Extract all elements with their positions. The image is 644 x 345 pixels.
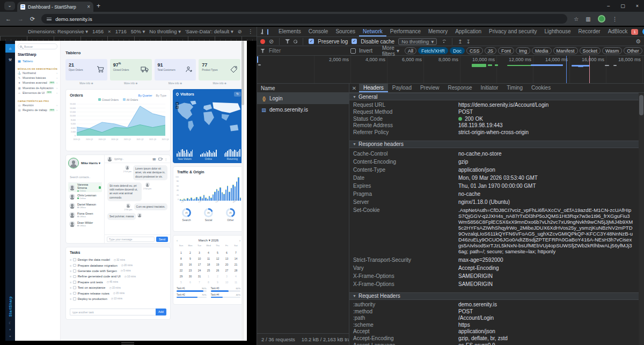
orders-tab-by-type[interactable]: By Type [156,94,166,97]
sidebar-item[interactable]: ▭ Reunión › [18,102,57,107]
network-conditions-icon[interactable] [441,40,447,43]
task-checkbox[interactable] [73,292,76,295]
calendar-day[interactable]: 2 [213,273,222,279]
calendar-day[interactable]: 3 [195,249,204,255]
chat-user-name[interactable]: Mike Harris ▾ [81,162,100,165]
drag-handle-icon[interactable]: ≡ [70,275,71,278]
back-icon[interactable]: ← [5,16,11,22]
chat-menu-kebab-icon[interactable]: ⋮ [164,157,167,161]
devtools-tab[interactable]: Console [305,27,332,36]
detail-tab[interactable]: Headers [359,84,388,92]
detail-tab[interactable]: Timing [502,84,527,92]
window-minimize-button[interactable]: – [607,1,610,11]
request-type-chip[interactable]: Fetch/XHR [418,47,448,54]
calendar-day[interactable]: 24 [195,267,204,273]
request-list-header[interactable]: Name [257,84,349,93]
devtools-tab[interactable]: Sources [332,27,359,36]
task-row[interactable]: ≡ Refine generated code and UI ◷ 10 mins [70,274,166,279]
send-button[interactable]: Send [156,237,168,242]
reload-icon[interactable]: ⟳ [30,16,35,23]
devtools-tab[interactable]: AdBlock [604,27,632,36]
side-panel-icon[interactable]: ▥ [586,16,590,22]
request-type-chip[interactable]: Img [516,47,530,54]
calendar-day[interactable]: 11 [231,279,240,285]
sidebar-item[interactable]: ‹› Elementos de UI NEW › [18,90,57,95]
calendar-month-year[interactable]: March ▾ 2026 [178,238,239,242]
drag-handle-icon[interactable]: ≡ [70,292,71,295]
devtools-tab[interactable]: Network [359,27,386,36]
devtools-tab[interactable]: Lighthouse [541,27,575,36]
calendar-day[interactable]: 4 [204,249,213,255]
calendar-day[interactable]: 21 [231,261,240,267]
calendar-day[interactable]: 1 [204,273,213,279]
contacts-search-input[interactable] [69,175,101,179]
browser-tab[interactable]: Dashboard - StartSharp × [17,2,93,12]
sensors-icon[interactable]: ⊘ [238,28,242,34]
phone-icon[interactable]: ☎ [152,157,156,161]
export-har-icon[interactable]: ↧ [466,39,471,45]
calendar-day[interactable]: 10 [222,279,231,285]
contact-list-item[interactable]: Chris Lessman Online [68,192,102,201]
calendar-day[interactable]: 17 [195,261,204,267]
stat-card-product-types[interactable]: 77 Product Types More info ⊕ [199,59,240,85]
inspect-element-icon[interactable] [262,29,263,34]
request-row[interactable]: {} Login [257,93,349,104]
sidebar-search-input[interactable] [23,45,55,49]
browser-menu-kebab-icon[interactable]: ⋮ [612,16,618,22]
clear-network-log-icon[interactable]: ⊘ [269,39,274,45]
filter-input[interactable] [268,47,341,54]
visitors-refresh-button[interactable]: ↻ [234,92,241,97]
response-headers-section-header[interactable]: ▼ Response headers [349,141,639,148]
calendar-day[interactable]: 8 [177,255,186,261]
save-data-select[interactable]: 'Save-Data': default ▾ [185,28,233,34]
device-throttling-select[interactable]: No throttling ▾ [149,28,181,34]
drag-handle-icon[interactable]: ≡ [70,281,71,284]
orders-tab-by-quarter[interactable]: By Quarter [138,94,152,97]
detail-tab[interactable]: Cookies [527,84,555,92]
map-zoom-in-button[interactable]: + [175,102,179,105]
calendar-day[interactable]: 16 [186,261,195,267]
disable-cache-checkbox[interactable]: ✓ [352,39,357,44]
calendar-day[interactable]: 3 [222,273,231,279]
request-type-chip[interactable]: Socket [580,47,601,54]
devtools-tab[interactable]: Elements [275,27,305,36]
request-type-chip[interactable]: JS [485,47,497,54]
chat-message-input[interactable] [107,237,155,242]
calendar-day[interactable]: 29 [177,273,186,279]
window-maximize-button[interactable]: ▢ [620,1,625,11]
task-row[interactable]: ≡ Generate code with Sergen ◷ 5 mins [70,268,166,274]
calendar-day[interactable]: 23 [186,267,195,273]
filter-input-box[interactable] [260,47,341,54]
stat-card-open-orders[interactable]: 21 Open Orders More info ⊕ [65,59,107,85]
request-type-chip[interactable]: Font [498,47,514,54]
detail-close-icon[interactable]: ✕ [349,84,359,92]
calendar-day[interactable]: 28 [231,267,240,273]
timeline-brush[interactable] [257,56,258,63]
calendar-day[interactable]: 5 [213,249,222,255]
calendar-day[interactable]: 27 [222,267,231,273]
invert-checkbox[interactable] [350,48,356,54]
request-type-chip[interactable]: CSS [466,47,483,54]
forward-icon[interactable]: → [18,16,24,22]
task-checkbox[interactable] [73,264,76,267]
drag-handle-icon[interactable]: ≡ [70,269,71,273]
sidebar-item-tablero[interactable]: ▦ Tablero [18,59,57,63]
filter-funnel-icon[interactable] [285,39,290,43]
devtools-tab[interactable]: Memory [425,27,451,36]
task-row[interactable]: ≡ Prepare unit tests ◷ 45 mins [70,280,166,285]
drag-handle-icon[interactable]: ≡ [70,258,71,261]
device-dimensions-select[interactable]: Dimensions: Responsive ▾ [28,28,88,34]
request-headers-section-header[interactable]: ▼ Request Headers [349,292,639,300]
detail-tab[interactable]: Response [444,84,477,92]
device-toolbar-kebab-icon[interactable]: ⋮ [248,28,253,34]
drag-handle-icon[interactable]: ≡ [70,264,71,267]
calendar-day[interactable]: 11 [204,255,213,261]
throttling-select[interactable]: No throttling▾ [398,38,437,45]
stat-card-total-customers[interactable]: 91 Total Customers More info ⊕ [155,59,196,85]
calendar-day[interactable]: 9 [213,279,222,285]
devtools-tab[interactable]: Privacy and security [485,27,540,36]
page-scrollbar[interactable] [241,41,244,341]
device-width-field[interactable]: 1456 [92,28,104,34]
record-network-log-icon[interactable] [260,39,265,44]
calendar-day[interactable]: 7 [195,279,204,285]
